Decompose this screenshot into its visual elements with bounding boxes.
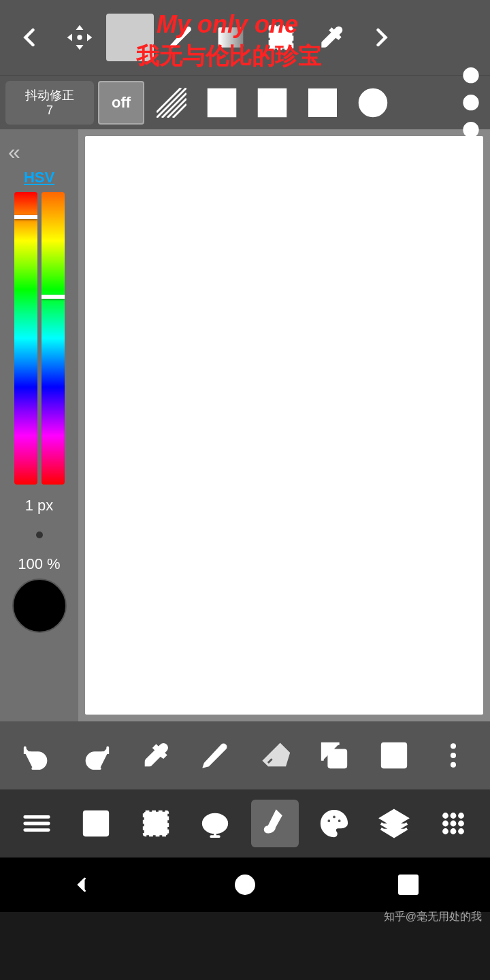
canvas[interactable]	[85, 136, 483, 715]
grid-off-button[interactable]: off	[98, 81, 144, 125]
brush-preview	[12, 514, 67, 555]
recent-nav-button[interactable]	[388, 864, 429, 905]
svg-line-4	[162, 93, 186, 118]
bottom-toolbar-1	[0, 721, 490, 789]
shape-button[interactable]	[106, 14, 154, 61]
undo-button[interactable]	[13, 732, 61, 779]
svg-point-28	[463, 95, 478, 110]
svg-point-46	[451, 813, 456, 818]
shake-label: 抖动修正	[25, 87, 74, 103]
svg-rect-55	[399, 876, 418, 894]
svg-point-26	[369, 99, 377, 107]
svg-point-40	[203, 815, 227, 833]
svg-point-0	[77, 35, 82, 39]
export-button[interactable]	[370, 732, 418, 779]
svg-point-51	[443, 829, 448, 834]
brush-bottom-button[interactable]	[251, 800, 299, 847]
grid-circle-button[interactable]	[350, 81, 396, 125]
eyedropper-bottom-button[interactable]	[132, 732, 180, 779]
svg-rect-12	[208, 89, 235, 116]
more-bottom-button[interactable]	[429, 732, 477, 779]
redo-button[interactable]	[72, 732, 120, 779]
svg-point-47	[459, 813, 463, 818]
eyedropper-button[interactable]	[308, 14, 355, 61]
grid-diagonal-button[interactable]	[148, 81, 195, 125]
svg-point-29	[463, 122, 478, 137]
left-panel: « HSV 1 px 100 %	[0, 129, 78, 721]
svg-point-27	[463, 67, 478, 83]
pencil-button[interactable]	[191, 732, 239, 779]
selection-button[interactable]	[257, 14, 305, 61]
secondary-toolbar: 抖动修正 7 off	[0, 75, 490, 129]
color-mode-button[interactable]: HSV	[24, 169, 54, 186]
shake-correction-button[interactable]: 抖动修正 7	[5, 81, 94, 125]
brush-dot	[36, 532, 43, 538]
grid-square-button[interactable]	[199, 81, 245, 125]
saturation-slider[interactable]	[42, 192, 65, 485]
bottom-toolbar-2	[0, 789, 490, 858]
collapse-arrow-button[interactable]: «	[0, 135, 78, 169]
svg-rect-39	[144, 812, 168, 836]
eraser-button[interactable]	[251, 732, 299, 779]
menu-button[interactable]	[13, 800, 61, 847]
svg-point-32	[451, 744, 456, 749]
svg-point-50	[459, 821, 463, 826]
gradient-button[interactable]	[207, 14, 255, 61]
svg-point-49	[451, 821, 456, 826]
move-tool-button[interactable]	[56, 14, 103, 61]
svg-rect-1	[218, 27, 244, 47]
grid-horizontal-button[interactable]	[249, 81, 295, 125]
brush-size-label: 1 px	[25, 497, 54, 514]
shake-value: 7	[46, 103, 53, 118]
copy-button[interactable]	[310, 732, 358, 779]
svg-point-52	[451, 829, 456, 834]
hue-slider[interactable]	[14, 192, 37, 485]
svg-point-48	[443, 821, 448, 826]
svg-point-53	[459, 829, 463, 834]
svg-rect-30	[329, 750, 346, 767]
selection-bottom-button[interactable]	[132, 800, 180, 847]
edit-button[interactable]	[72, 800, 120, 847]
back-button[interactable]	[5, 14, 53, 61]
dots-grid-button[interactable]	[429, 800, 477, 847]
system-navbar: 知乎@毫无用处的我	[0, 858, 490, 912]
layers-button[interactable]	[370, 800, 418, 847]
off-label: off	[112, 94, 131, 112]
svg-rect-2	[270, 27, 293, 49]
color-sliders	[14, 192, 65, 485]
home-nav-button[interactable]	[225, 864, 265, 905]
secondary-more-button[interactable]	[457, 81, 485, 125]
svg-point-54	[236, 876, 255, 894]
back-nav-button[interactable]	[61, 864, 102, 905]
brush-opacity-label: 100 %	[18, 555, 60, 573]
svg-point-41	[327, 819, 331, 823]
watermark: 知乎@毫无用处的我	[384, 910, 482, 924]
pen-tool-button[interactable]	[157, 14, 204, 61]
svg-point-34	[451, 762, 456, 767]
color-preview[interactable]	[12, 578, 67, 633]
more-tools-button[interactable]	[358, 14, 406, 61]
svg-point-43	[338, 819, 342, 823]
grid-sunburst-button[interactable]	[299, 81, 346, 125]
main-area: « HSV 1 px 100 %	[0, 129, 490, 721]
lasso-button[interactable]	[191, 800, 239, 847]
svg-point-45	[443, 813, 448, 818]
svg-point-33	[451, 753, 456, 758]
top-toolbar	[0, 0, 490, 75]
svg-rect-13	[259, 89, 286, 116]
svg-point-42	[332, 815, 336, 819]
palette-button[interactable]	[310, 800, 358, 847]
